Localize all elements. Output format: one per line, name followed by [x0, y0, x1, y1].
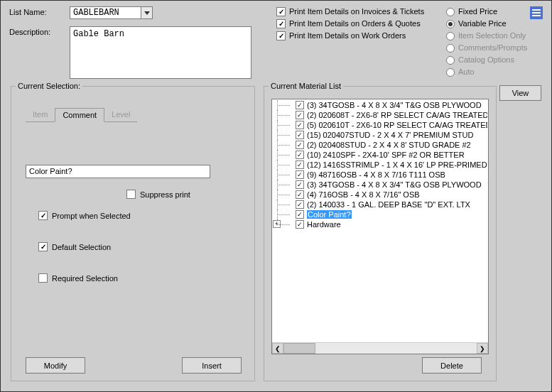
chevron-down-icon[interactable]: [141, 7, 152, 18]
print-option-checkbox-2[interactable]: [276, 31, 286, 40]
tree-item-checkbox[interactable]: [296, 210, 304, 219]
scroll-thumb[interactable]: [283, 343, 315, 354]
tree-row[interactable]: Color Paint?: [273, 209, 487, 219]
tab-comment[interactable]: Comment: [55, 108, 104, 122]
tree-row[interactable]: +Hardware: [273, 219, 487, 229]
tree-item-label: (2) 020608T - 2X6-8' RP SELECT CA/AG TRE…: [307, 111, 487, 119]
price-option-radio-3[interactable]: [446, 44, 455, 53]
tree-item-checkbox[interactable]: [296, 190, 304, 199]
tree-item-label: (4) 716OSB - 4 X 8 X 7/16" OSB: [307, 190, 420, 199]
list-name-label: List Name:: [9, 8, 47, 16]
tree-item-checkbox[interactable]: [296, 131, 304, 139]
tab-level[interactable]: Level: [104, 108, 137, 122]
tree-item-label: (15) 020407STUD - 2 X 4 X 7' PREMIUM STU…: [307, 131, 473, 139]
list-name-value: GABLEBARN: [73, 8, 119, 18]
tree-row[interactable]: (2) 020408STUD - 2 X 4 X 8' STUD GRADE #…: [273, 140, 487, 150]
tree-row[interactable]: (3) 34TGOSB - 4 X 8 X 3/4" T&G OSB PLYWO…: [273, 100, 487, 110]
tree-row[interactable]: (2) 140033 - 1 GAL. DEEP BASE "D" EXT. L…: [273, 200, 487, 209]
current-material-list-title: Current Material List: [269, 82, 343, 90]
price-option-label-1: Variable Price: [458, 18, 507, 29]
print-option-checkbox-0[interactable]: [276, 7, 286, 16]
tree-row[interactable]: (15) 020407STUD - 2 X 4 X 7' PREMIUM STU…: [273, 130, 487, 140]
current-selection-title: Current Selection:: [16, 82, 82, 90]
material-tree[interactable]: (3) 34TGOSB - 4 X 8 X 3/4" T&G OSB PLYWO…: [271, 99, 489, 354]
insert-button[interactable]: Insert: [182, 357, 242, 374]
tree-item-checkbox[interactable]: [296, 121, 304, 129]
delete-button[interactable]: Delete: [422, 357, 482, 374]
tree-row[interactable]: (3) 34TGOSB - 4 X 8 X 3/4" T&G OSB PLYWO…: [273, 180, 487, 190]
comment-input[interactable]: Color Paint?: [26, 165, 210, 178]
tree-item-label: (3) 34TGOSB - 4 X 8 X 3/4" T&G OSB PLYWO…: [307, 101, 482, 109]
tree-row[interactable]: (12) 1416SSTRIMLP - 1 X 4 X 16' LP PRE-P…: [273, 160, 487, 170]
tree-row[interactable]: (4) 716OSB - 4 X 8 X 7/16" OSB: [273, 190, 487, 200]
tree-item-checkbox[interactable]: [296, 170, 304, 179]
price-option-radio-4[interactable]: [446, 56, 455, 65]
price-option-label-2: Item Selection Only: [458, 31, 526, 41]
menu-icon[interactable]: [530, 6, 543, 19]
tree-item-checkbox[interactable]: [296, 180, 304, 189]
view-button[interactable]: View: [499, 85, 541, 101]
tree-item-checkbox[interactable]: [296, 141, 304, 149]
tree-item-checkbox[interactable]: [296, 200, 304, 209]
tree-item-label: Hardware: [307, 220, 341, 229]
description-input[interactable]: Gable Barn: [70, 26, 251, 79]
price-option-label-5: Auto: [458, 67, 475, 77]
tab-item[interactable]: Item: [26, 108, 55, 122]
required-selection-label: Required Selection: [52, 274, 118, 283]
tree-item-checkbox[interactable]: [296, 111, 304, 119]
price-option-label-3: Comments/Prompts: [458, 43, 527, 53]
prompt-when-selected-checkbox[interactable]: [38, 211, 48, 220]
price-option-radio-5[interactable]: [446, 68, 455, 77]
tree-item-label: (5) 020610T - 2X6-10 RP SELECT CA/AG TRE…: [307, 121, 487, 129]
tree-item-label: (2) 020408STUD - 2 X 4 X 8' STUD GRADE #…: [307, 141, 471, 149]
tree-item-label: (12) 1416SSTRIMLP - 1 X 4 X 16' LP PRE-P…: [307, 160, 487, 169]
print-option-label-1: Print Item Details on Orders & Quotes: [289, 18, 421, 29]
tree-row[interactable]: (10) 2410SPF - 2X4-10' SPF #2 OR BETTER: [273, 150, 487, 160]
tree-item-checkbox[interactable]: [296, 151, 304, 159]
tree-row[interactable]: (2) 020608T - 2X6-8' RP SELECT CA/AG TRE…: [273, 110, 487, 120]
prompt-when-selected-label: Prompt when Selected: [52, 212, 131, 220]
price-option-radio-2[interactable]: [446, 32, 455, 40]
modify-button[interactable]: Modify: [26, 357, 85, 374]
required-selection-checkbox[interactable]: [38, 273, 48, 283]
price-option-label-0: Fixed Price: [458, 6, 497, 17]
print-option-label-2: Print Item Details on Work Orders: [289, 31, 406, 41]
suppress-print-label: Suppress print: [140, 190, 190, 199]
price-option-radio-0[interactable]: [446, 8, 455, 16]
tree-item-label: (10) 2410SPF - 2X4-10' SPF #2 OR BETTER: [307, 151, 465, 159]
tree-row[interactable]: (9) 48716OSB - 4 X 8 X 7/16 T111 OSB: [273, 170, 487, 180]
default-selection-label: Default Selection: [52, 243, 111, 251]
suppress-print-checkbox[interactable]: [126, 190, 136, 199]
print-option-label-0: Print Item Details on Invoices & Tickets: [289, 6, 424, 17]
scroll-left-icon[interactable]: ❮: [272, 343, 283, 354]
tree-item-label: Color Paint?: [307, 210, 352, 219]
print-option-checkbox-1[interactable]: [276, 19, 286, 28]
expand-icon[interactable]: +: [273, 220, 281, 228]
horizontal-scrollbar[interactable]: ❮ ❯: [272, 342, 488, 354]
tree-item-checkbox[interactable]: [296, 101, 304, 109]
default-selection-checkbox[interactable]: [38, 242, 48, 251]
price-option-label-4: Catalog Options: [458, 55, 514, 65]
current-material-list-panel: Current Material List (3) 34TGOSB - 4 X …: [264, 86, 497, 381]
price-option-radio-1[interactable]: [446, 20, 455, 28]
current-selection-panel: Current Selection: Item Comment Level Co…: [11, 86, 255, 381]
tree-row[interactable]: (5) 020610T - 2X6-10 RP SELECT CA/AG TRE…: [273, 120, 487, 130]
tree-item-label: (9) 48716OSB - 4 X 8 X 7/16 T111 OSB: [307, 170, 445, 179]
list-name-combo[interactable]: GABLEBARN: [70, 6, 153, 19]
tree-item-label: (2) 140033 - 1 GAL. DEEP BASE "D" EXT. L…: [307, 200, 470, 209]
scroll-right-icon[interactable]: ❯: [477, 343, 488, 354]
tree-item-checkbox[interactable]: [296, 160, 304, 169]
description-label: Description:: [9, 28, 50, 36]
tree-item-label: (3) 34TGOSB - 4 X 8 X 3/4" T&G OSB PLYWO…: [307, 180, 482, 189]
tree-item-checkbox[interactable]: [296, 220, 304, 229]
